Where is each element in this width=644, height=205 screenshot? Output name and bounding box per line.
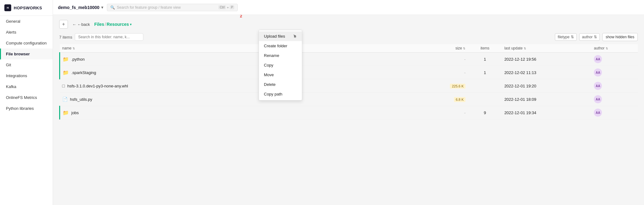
last-update-cell: 2022-12-02 11:13: [502, 66, 592, 79]
logo-text: HOPSWORKS: [14, 6, 42, 10]
col-author[interactable]: author ⇅: [591, 44, 638, 53]
avatar: AA: [594, 95, 602, 103]
author-cell: AA: [591, 93, 638, 106]
move-label: Move: [264, 72, 274, 77]
step-2-label: 2: [240, 15, 242, 18]
file-name: hsfs-3.1.0.dev1-py3-none-any.whl: [67, 84, 128, 88]
size-badge: 6.8 K: [454, 97, 466, 102]
author-label: author: [582, 35, 593, 39]
file-name: .python: [71, 57, 85, 62]
project-selector[interactable]: demo_fs_meb10000 ▾: [58, 5, 103, 10]
project-name: demo_fs_meb10000: [58, 5, 99, 10]
logo: H HOPSWORKS: [0, 0, 53, 16]
last-update-cell: 2022-12-01 19:34: [502, 106, 592, 119]
table-row[interactable]: 📁 .python - 1 2022-12-12 19:56 AA: [60, 53, 638, 66]
author-filter[interactable]: author ⇅: [579, 33, 600, 41]
table-row[interactable]: 📄 hsfs_utils.py 6.8 K 2022-12-01 18:09 A…: [60, 93, 638, 106]
filetype-label: filetype: [558, 35, 570, 39]
avatar: AA: [594, 68, 602, 77]
table-row[interactable]: 📁 jobs - 9 2022-12-01 19:34 AA: [60, 106, 638, 119]
rename-label: Rename: [264, 53, 279, 58]
copy-path-label: Copy path: [264, 92, 282, 96]
breadcrumb-sep: /: [105, 22, 106, 27]
file-name-cell: 📁 jobs: [60, 106, 231, 119]
file-browser-header: + ← ←back Files / Resources ▾ Upload fil…: [59, 20, 638, 29]
table-row[interactable]: □ hsfs-3.1.0.dev1-py3-none-any.whl 225.6…: [60, 79, 638, 93]
kbd-p: P: [230, 5, 234, 9]
filetype-filter[interactable]: filetype ⇅: [555, 33, 577, 41]
col-last-update[interactable]: last update ⇅: [502, 44, 592, 53]
menu-item-copy-path[interactable]: Copy path: [259, 89, 302, 99]
update-sort-icon: ⇅: [524, 47, 526, 50]
file-py-icon: 📄: [62, 97, 68, 102]
size-cell: 225.6 K: [418, 79, 468, 93]
copy-label: Copy: [264, 63, 273, 68]
search-bar[interactable]: 🔍 Search for feature group / feature vie…: [107, 4, 238, 11]
size-sort-icon: ⇅: [463, 47, 465, 50]
size-badge: 225.6 K: [450, 84, 465, 89]
sidebar-item-git[interactable]: Git: [0, 59, 53, 70]
folder-search-input[interactable]: [75, 33, 143, 41]
menu-item-delete[interactable]: Delete: [259, 80, 302, 89]
upload-files-label: Upload files: [264, 34, 285, 39]
menu-item-rename[interactable]: Rename: [259, 51, 302, 60]
last-update-cell: 2022-12-12 19:56: [502, 53, 592, 66]
file-table: name ⇅ size ⇅ items last update ⇅ author…: [59, 44, 638, 119]
sidebar-item-general[interactable]: General: [0, 16, 53, 27]
breadcrumb: Files / Resources ▾: [94, 22, 131, 27]
col-size[interactable]: size ⇅: [418, 44, 468, 53]
kbd-ctrl: Ctrl: [218, 5, 226, 9]
sidebar-item-python[interactable]: Python libraries: [0, 103, 53, 114]
items-cell: 1: [468, 53, 502, 66]
sidebar-item-kafka[interactable]: Kafka: [0, 81, 53, 92]
menu-item-create-folder[interactable]: Create folder: [259, 41, 302, 51]
file-name: hsfs_utils.py: [70, 97, 93, 102]
show-hidden-button[interactable]: show hidden files: [602, 33, 638, 41]
logo-icon: H: [4, 4, 11, 11]
back-button[interactable]: ← ←back: [70, 21, 92, 28]
file-name-cell: □ hsfs-3.1.0.dev1-py3-none-any.whl: [60, 79, 231, 93]
items-count: 9: [484, 110, 486, 115]
file-name-cell: 📁 .python: [60, 53, 231, 66]
size-cell: -: [418, 106, 468, 119]
file-icon: □: [62, 83, 65, 88]
kbd-plus: +: [227, 6, 229, 9]
col-items: items: [468, 44, 502, 53]
filetype-chevron-icon: ⇅: [571, 35, 574, 39]
back-label: ←back: [77, 22, 90, 27]
author-chevron-icon: ⇅: [594, 35, 597, 39]
breadcrumb-resources[interactable]: Resources ▾: [107, 22, 131, 27]
folder-icon: 📁: [63, 110, 69, 116]
author-cell: AA: [591, 66, 638, 79]
sidebar-item-compute[interactable]: Compute configuration: [0, 38, 53, 49]
menu-item-upload[interactable]: Upload files 🖱: [259, 31, 302, 41]
items-cell: 1: [468, 66, 502, 79]
sidebar-item-integrations[interactable]: Integrations: [0, 70, 53, 81]
breadcrumb-files[interactable]: Files: [94, 22, 104, 27]
file-name-cell: 📄 hsfs_utils.py: [60, 93, 231, 106]
main-area: demo_fs_meb10000 ▾ 🔍 Search for feature …: [53, 0, 644, 205]
add-button[interactable]: +: [59, 20, 68, 29]
sidebar: H HOPSWORKS GeneralAlertsCompute configu…: [0, 0, 53, 205]
col-name[interactable]: name ⇅: [60, 44, 231, 53]
size-dash: -: [464, 110, 465, 115]
menu-item-move[interactable]: Move: [259, 70, 302, 80]
show-hidden-label: show hidden files: [606, 35, 634, 39]
author-cell: AA: [591, 53, 638, 66]
search-placeholder: Search for feature group / feature view: [117, 5, 181, 10]
sidebar-item-file-browser[interactable]: File browser: [0, 49, 53, 59]
file-name: .sparkStaging: [71, 70, 96, 75]
table-row[interactable]: 📁 .sparkStaging - 1 2022-12-02 11:13 AA: [60, 66, 638, 79]
back-arrow-icon: ←: [72, 22, 76, 27]
item-count: 7 items: [59, 35, 72, 40]
items-count: 1: [484, 70, 486, 75]
size-dash: -: [464, 70, 465, 75]
author-cell: AA: [591, 79, 638, 93]
menu-item-copy[interactable]: Copy: [259, 60, 302, 70]
last-update-cell: 2022-12-01 19:20: [502, 79, 592, 93]
sidebar-item-onlinefs[interactable]: OnlineFS Metrics: [0, 92, 53, 103]
size-cell: -: [418, 53, 468, 66]
cursor-icon: 🖱: [293, 34, 297, 39]
sidebar-item-alerts[interactable]: Alerts: [0, 27, 53, 38]
file-name: jobs: [71, 110, 79, 115]
